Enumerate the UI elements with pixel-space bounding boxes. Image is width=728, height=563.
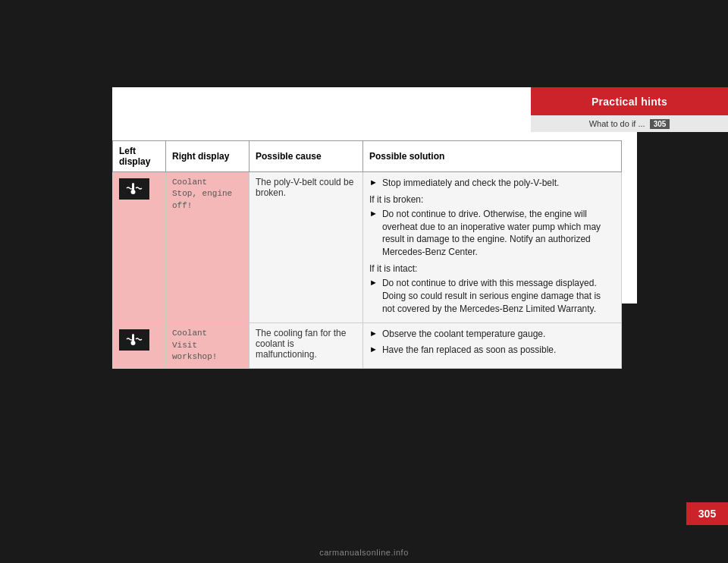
condition-label: If it is intact:	[369, 263, 615, 274]
left-display-cell-1	[113, 172, 166, 323]
solution-item: ► Do not continue to drive. Otherwise, t…	[369, 208, 615, 259]
solution-text: Stop immediately and check the poly-V-be…	[382, 177, 559, 190]
svg-rect-1	[132, 183, 134, 190]
info-table: Left display Right display Possible caus…	[112, 140, 622, 369]
what-to-do-label: What to do if ...	[589, 119, 645, 128]
solution-item: ► Do not continue to drive with this mes…	[369, 277, 615, 315]
possible-cause-cell-1: The poly-V-belt could be broken.	[249, 172, 363, 323]
arrow-icon: ►	[369, 278, 378, 287]
svg-point-5	[131, 341, 136, 345]
watermark: carmanualsonline.info	[319, 548, 409, 557]
col-possible-cause: Possible cause	[249, 141, 363, 172]
right-display-cell-1: CoolantStop, engine off!	[166, 172, 249, 323]
table-row: CoolantVisitworkshop! The cooling fan fo…	[113, 323, 622, 368]
solution-item: ► Observe the coolant temperature gauge.	[369, 328, 615, 341]
col-right-display: Right display	[166, 141, 249, 172]
coolant-icon-svg	[122, 181, 146, 197]
page-ref-box: 305	[650, 119, 670, 129]
solution-text: Observe the coolant temperature gauge.	[382, 328, 545, 341]
solution-item: ► Stop immediately and check the poly-V-…	[369, 177, 615, 190]
arrow-icon: ►	[369, 329, 378, 338]
cause-text-2: The cooling fan for the coolant is malfu…	[256, 328, 346, 360]
page-number-badge: 305	[686, 502, 728, 525]
col-left-display: Left display	[113, 141, 166, 172]
dark-margin-top	[112, 0, 652, 87]
coolant-icon-svg-2	[122, 332, 146, 348]
solution-text: Do not continue to drive with this messa…	[382, 277, 615, 315]
solution-text: Have the fan replaced as soon as possibl…	[382, 344, 556, 357]
possible-solution-cell-1: ► Stop immediately and check the poly-V-…	[363, 172, 622, 323]
possible-solution-cell-2: ► Observe the coolant temperature gauge.…	[363, 323, 622, 368]
main-table-wrapper: Left display Right display Possible caus…	[112, 140, 622, 369]
right-display-text-2: CoolantVisitworkshop!	[172, 328, 243, 363]
right-display-cell-2: CoolantVisitworkshop!	[166, 323, 249, 368]
condition-label: If it is broken:	[369, 194, 615, 205]
dark-margin-left	[0, 0, 112, 563]
dark-margin-right	[652, 0, 728, 563]
table-row: CoolantStop, engine off! The poly-V-belt…	[113, 172, 622, 323]
what-to-do-bar: What to do if ... 305	[531, 115, 728, 132]
solution-text: Do not continue to drive. Otherwise, the…	[382, 208, 615, 259]
coolant-warning-icon	[119, 178, 149, 200]
svg-point-2	[131, 190, 136, 194]
possible-cause-cell-2: The cooling fan for the coolant is malfu…	[249, 323, 363, 368]
left-display-cell-2	[113, 323, 166, 368]
practical-hints-label: Practical hints	[592, 96, 667, 108]
arrow-icon: ►	[369, 209, 378, 218]
practical-hints-tab: Practical hints	[531, 87, 728, 115]
solution-item: ► Have the fan replaced as soon as possi…	[369, 344, 615, 357]
page-number: 305	[698, 508, 716, 520]
arrow-icon: ►	[369, 178, 378, 187]
coolant-warning-icon-2	[119, 329, 149, 351]
svg-rect-4	[132, 334, 134, 341]
arrow-icon: ►	[369, 344, 378, 354]
watermark-text: carmanualsonline.info	[319, 548, 409, 557]
col-possible-solution: Possible solution	[363, 141, 622, 172]
right-display-text-1: CoolantStop, engine off!	[172, 177, 243, 212]
cause-text-1: The poly-V-belt could be broken.	[256, 177, 353, 198]
